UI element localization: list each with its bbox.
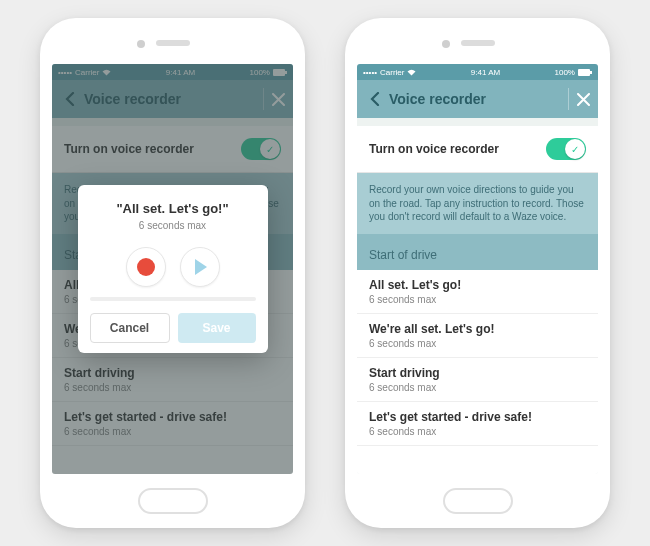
list-item-sub: 6 seconds max xyxy=(369,294,586,305)
toggle-label: Turn on voice recorder xyxy=(369,142,499,156)
list-item-title: Let's get started - drive safe! xyxy=(369,410,586,424)
close-button[interactable] xyxy=(568,88,590,110)
speaker xyxy=(461,40,495,46)
section-header: Start of drive xyxy=(357,234,598,270)
play-button[interactable] xyxy=(180,247,220,287)
svg-rect-2 xyxy=(578,69,590,76)
list-item[interactable]: Let's get started - drive safe! 6 second… xyxy=(357,402,598,446)
list-item-title: We're all set. Let's go! xyxy=(369,322,586,336)
cancel-button[interactable]: Cancel xyxy=(90,313,170,343)
toggle-knob: ✓ xyxy=(565,139,585,159)
screen-left: ••••• Carrier 9:41 AM 100% Voice recorde… xyxy=(52,64,293,474)
home-button[interactable] xyxy=(138,488,208,514)
list-item-sub: 6 seconds max xyxy=(369,338,586,349)
nav-bar: Voice recorder xyxy=(357,80,598,118)
phone-right: ••••• Carrier 9:41 AM 100% Voice recorde… xyxy=(345,18,610,528)
chevron-left-icon xyxy=(370,92,380,106)
battery-icon xyxy=(578,69,592,76)
camera-dot xyxy=(137,40,145,48)
modal-sub: 6 seconds max xyxy=(90,220,256,231)
status-bar: ••••• Carrier 9:41 AM 100% xyxy=(357,64,598,80)
phone-left: ••••• Carrier 9:41 AM 100% Voice recorde… xyxy=(40,18,305,528)
close-icon xyxy=(577,93,590,106)
save-button[interactable]: Save xyxy=(178,313,256,343)
list-item-title: Start driving xyxy=(369,366,586,380)
record-modal: "All set. Let's go!" 6 seconds max Cance… xyxy=(78,185,268,353)
wifi-icon xyxy=(407,69,416,76)
info-text: Record your own voice directions to guid… xyxy=(357,173,598,234)
camera-dot xyxy=(442,40,450,48)
battery-label: 100% xyxy=(555,68,575,77)
instruction-list: All set. Let's go! 6 seconds max We're a… xyxy=(357,270,598,475)
list-item-sub: 6 seconds max xyxy=(369,382,586,393)
toggle-row: Turn on voice recorder ✓ xyxy=(357,126,598,173)
modal-title: "All set. Let's go!" xyxy=(90,201,256,216)
page-title: Voice recorder xyxy=(389,91,568,107)
check-icon: ✓ xyxy=(571,144,579,155)
voice-recorder-toggle[interactable]: ✓ xyxy=(546,138,586,160)
speaker xyxy=(156,40,190,46)
home-button[interactable] xyxy=(443,488,513,514)
clock-label: 9:41 AM xyxy=(471,68,500,77)
back-button[interactable] xyxy=(365,89,385,109)
list-item[interactable]: All set. Let's go! 6 seconds max xyxy=(357,270,598,314)
record-button[interactable] xyxy=(126,247,166,287)
carrier-label: Carrier xyxy=(380,68,404,77)
svg-rect-3 xyxy=(590,71,592,74)
screen-right: ••••• Carrier 9:41 AM 100% Voice recorde… xyxy=(357,64,598,474)
list-item[interactable]: We're all set. Let's go! 6 seconds max xyxy=(357,314,598,358)
list-item[interactable]: Start driving 6 seconds max xyxy=(357,358,598,402)
progress-bar[interactable] xyxy=(90,297,256,301)
record-icon xyxy=(137,258,155,276)
list-item-sub: 6 seconds max xyxy=(369,426,586,437)
play-icon xyxy=(195,259,207,275)
list-item-title: All set. Let's go! xyxy=(369,278,586,292)
signal-icon: ••••• xyxy=(363,68,377,77)
